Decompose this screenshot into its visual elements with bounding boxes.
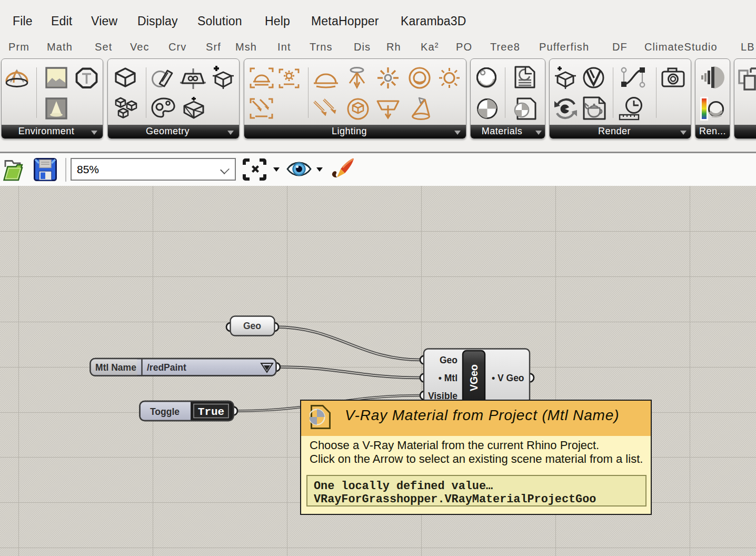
svg-text:Toggle: Toggle	[150, 406, 180, 417]
svg-text:Geo: Geo	[243, 321, 261, 331]
svg-text:/redPaint: /redPaint	[147, 362, 186, 373]
svg-text:• Mtl: • Mtl	[439, 373, 457, 383]
svg-text:• V Geo: • V Geo	[492, 373, 524, 383]
svg-text:Geo: Geo	[440, 355, 457, 365]
svg-text:True: True	[198, 406, 224, 418]
svg-text:Mtl Name: Mtl Name	[95, 362, 136, 373]
svg-text:VGeo: VGeo	[468, 364, 480, 391]
